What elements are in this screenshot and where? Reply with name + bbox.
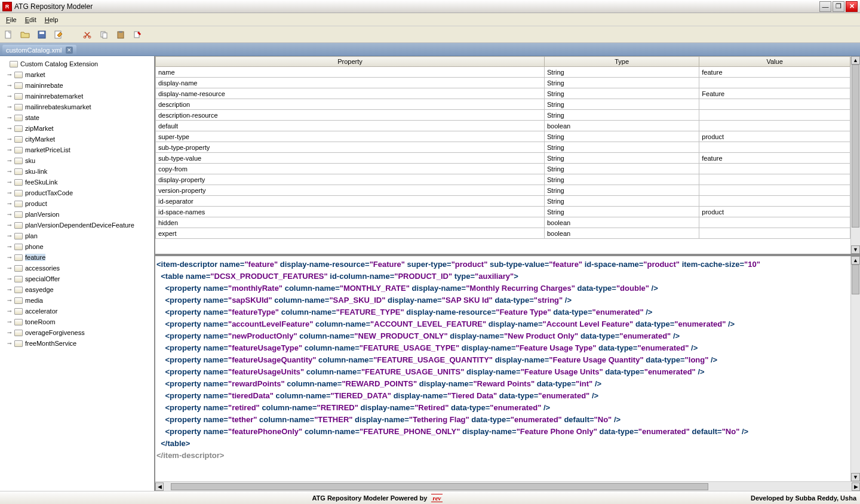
table-row[interactable]: descriptionString [156,99,850,110]
scroll-down-icon[interactable]: ▼ [851,245,860,254]
expand-icon[interactable]: ⊸ [7,169,12,174]
table-row[interactable]: copy-fromString [156,164,850,174]
scroll-thumb[interactable] [852,265,859,294]
menu-edit[interactable]: Edit [22,15,40,24]
expand-icon[interactable]: ⊸ [7,180,12,185]
edit-icon[interactable] [53,29,64,41]
table-row[interactable]: id-space-namesStringproduct [156,207,850,217]
cell[interactable]: hidden [156,217,545,228]
table-row[interactable]: id-separatorString [156,196,850,207]
tree-item-toneRoom[interactable]: ⊸toneRoom [7,316,152,327]
cell[interactable]: default [156,121,545,131]
cell[interactable]: String [545,99,699,110]
menu-help[interactable]: Help [41,15,62,24]
expand-icon[interactable]: ⊸ [7,94,12,99]
tree-item-plan[interactable]: ⊸plan [7,231,152,241]
expand-icon[interactable]: ⊸ [7,276,12,281]
cell[interactable] [699,99,850,110]
save-icon[interactable] [36,29,48,41]
cell[interactable]: copy-from [156,164,545,174]
table-row[interactable]: display-name-resourceStringFeature [156,88,850,99]
expand-icon[interactable]: ⊸ [7,147,12,152]
tab-customcatalog[interactable]: customCatalog.xml ✕ [2,45,76,56]
tree-item-maininrebate[interactable]: ⊸maininrebate [7,80,152,91]
cell[interactable]: String [545,67,699,78]
xml-scrollbar[interactable]: ▲ ▼ [850,256,860,481]
expand-icon[interactable]: ⊸ [7,190,12,195]
scroll-down-icon[interactable]: ▼ [851,473,860,481]
minimize-button[interactable]: — [819,1,831,12]
scroll-right-icon[interactable]: ▶ [852,483,860,491]
expand-icon[interactable]: ⊸ [7,212,12,217]
scroll-left-icon[interactable]: ◀ [155,483,164,491]
column-header[interactable]: Type [545,57,699,67]
tree-item-feeSkuLink[interactable]: ⊸feeSkuLink [7,177,152,188]
table-row[interactable]: nameStringfeature [156,67,850,78]
cell[interactable]: boolean [545,121,699,131]
cell[interactable]: String [545,164,699,174]
tree-item-market[interactable]: ⊸market [7,69,152,80]
tab-close-icon[interactable]: ✕ [66,47,73,54]
tree-root[interactable]: Custom Catalog Extension [2,59,152,69]
tree-sidebar[interactable]: Custom Catalog Extension⊸market⊸maininre… [0,56,155,491]
cell[interactable]: super-type [156,131,545,142]
cell[interactable]: display-property [156,174,545,185]
expand-icon[interactable]: ⊸ [7,158,12,163]
cell[interactable]: boolean [545,217,699,228]
cell[interactable]: String [545,88,699,99]
cell[interactable] [699,142,850,153]
table-row[interactable]: super-typeStringproduct [156,131,850,142]
cell[interactable]: String [545,153,699,164]
close-button[interactable]: ✕ [846,1,858,12]
tree-item-overageForgiveness[interactable]: ⊸overageForgiveness [7,327,152,338]
cell[interactable]: version-property [156,185,545,196]
tree-item-marketPriceList[interactable]: ⊸marketPriceList [7,145,152,155]
tree-item-freeMonthService[interactable]: ⊸freeMonthService [7,338,152,349]
tree-item-sku[interactable]: ⊸sku [7,155,152,166]
expand-icon[interactable]: ⊸ [7,341,12,346]
expand-icon[interactable]: ⊸ [7,137,12,142]
cell[interactable]: String [545,207,699,217]
expand-icon[interactable]: ⊸ [7,233,12,238]
expand-icon[interactable]: ⊸ [7,255,12,260]
cell[interactable]: String [545,196,699,207]
expand-icon[interactable]: ⊸ [7,298,12,303]
cell[interactable] [699,217,850,228]
xml-source-view[interactable]: <item-descriptor name="feature" display-… [155,256,850,481]
scroll-thumb[interactable] [852,64,859,228]
tree-item-zipMarket[interactable]: ⊸zipMarket [7,123,152,134]
cell[interactable] [699,174,850,185]
scroll-up-icon[interactable]: ▲ [851,56,860,64]
cell[interactable]: name [156,67,545,78]
tree-item-phone[interactable]: ⊸phone [7,241,152,252]
cut-icon[interactable] [81,29,93,41]
open-folder-icon[interactable] [19,29,31,41]
new-file-icon[interactable] [2,29,14,41]
tree-item-sku-link[interactable]: ⊸sku-link [7,166,152,177]
cell[interactable] [699,164,850,174]
cell[interactable]: feature [699,153,850,164]
cell[interactable]: String [545,131,699,142]
table-row[interactable]: sub-type-propertyString [156,142,850,153]
maximize-button[interactable]: ❐ [833,1,844,12]
expand-icon[interactable]: ⊸ [7,72,12,77]
expand-icon[interactable] [2,62,7,66]
copy-icon[interactable] [98,29,110,41]
expand-icon[interactable]: ⊸ [7,115,12,120]
cell[interactable]: product [699,207,850,217]
cell[interactable]: String [545,185,699,196]
cell[interactable]: product [699,131,850,142]
expand-icon[interactable]: ⊸ [7,309,12,314]
cell[interactable] [699,196,850,207]
table-row[interactable]: sub-type-valueStringfeature [156,153,850,164]
tree-item-feature[interactable]: ⊸feature [7,252,152,263]
expand-icon[interactable]: ⊸ [7,244,12,249]
tree-item-mailinrebateskumarket[interactable]: ⊸mailinrebateskumarket [7,102,152,112]
cell[interactable] [699,78,850,88]
column-header[interactable]: Value [699,57,850,67]
cell[interactable]: display-name-resource [156,88,545,99]
table-row[interactable]: display-propertyString [156,174,850,185]
column-header[interactable]: Property [156,57,545,67]
cell[interactable]: sub-type-value [156,153,545,164]
tree-item-product[interactable]: ⊸product [7,198,152,209]
